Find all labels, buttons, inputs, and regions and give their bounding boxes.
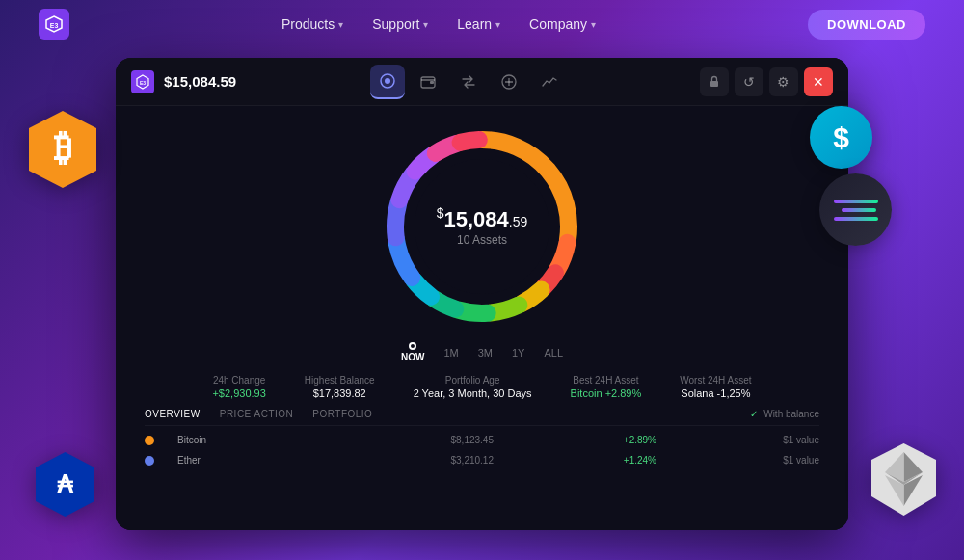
time-1y-button[interactable]: 1Y	[512, 347, 524, 359]
nav-products[interactable]: Products ▾	[281, 16, 343, 32]
asset-change: +2.89%	[503, 435, 656, 445]
app-balance-display: $15,084.59	[164, 73, 236, 90]
bitcoin-coin: ₿	[19, 106, 106, 193]
asset-color-dot	[145, 436, 154, 445]
app-body: $15,084.59 10 Assets NOW 1M 3M 1Y ALL	[116, 106, 848, 530]
donut-center: $15,084.59 10 Assets	[437, 205, 528, 247]
time-3m-button[interactable]: 3M	[478, 347, 493, 359]
bottom-tabs: OVERVIEW PRICE ACTION PORTFOLIO ✓ With b…	[145, 409, 819, 426]
donut-chart: $15,084.59 10 Assets	[376, 120, 588, 333]
app-header: E3 $15,084.59	[116, 58, 848, 106]
portfolio-nav-icon[interactable]	[370, 65, 405, 99]
asset-list: Bitcoin $8,123.45 +2.89% $1 value Ether …	[145, 432, 819, 468]
close-button[interactable]: ✕	[804, 67, 833, 96]
usdc-coin: $	[810, 106, 872, 169]
nav-learn[interactable]: Learn ▾	[457, 16, 500, 32]
chevron-down-icon: ▾	[338, 19, 343, 30]
settings-button[interactable]: ⚙	[769, 67, 798, 96]
time-now[interactable]: NOW	[401, 342, 424, 362]
time-all-button[interactable]: ALL	[544, 347, 563, 359]
tab-price-action[interactable]: PRICE ACTION	[220, 409, 294, 419]
wallet-nav-icon[interactable]	[411, 65, 445, 99]
stat-24h-change: 24h Change +$2,930.93	[212, 375, 265, 399]
ethereum-coin	[863, 439, 945, 520]
balance-toggle[interactable]: ✓ With balance	[750, 409, 819, 419]
undo-button[interactable]: ↺	[735, 67, 763, 96]
app-header-right: ↺ ⚙ ✕	[700, 67, 833, 96]
asset-price: $3,210.12	[340, 455, 494, 466]
time-dot	[409, 342, 416, 350]
logo-icon: E3	[39, 9, 69, 40]
asset-allocation: $1 value	[666, 455, 819, 466]
donut-amount: $15,084.59	[437, 205, 528, 231]
lock-button[interactable]	[700, 67, 729, 96]
asset-allocation: $1 value	[666, 435, 819, 445]
chevron-down-icon: ▾	[423, 19, 428, 30]
stat-portfolio-age: Portfolio Age 2 Year, 3 Month, 30 Days	[414, 375, 532, 399]
asset-name: Ether	[177, 455, 331, 466]
bottom-section: OVERVIEW PRICE ACTION PORTFOLIO ✓ With b…	[135, 409, 829, 468]
time-selector: NOW 1M 3M 1Y ALL	[401, 342, 563, 362]
nav-logo: E3	[39, 9, 69, 40]
app-window: E3 $15,084.59	[116, 58, 848, 530]
app-header-left: E3 $15,084.59	[131, 70, 236, 93]
svg-text:E3: E3	[140, 80, 146, 86]
add-nav-icon[interactable]	[492, 65, 526, 99]
download-button[interactable]: DOWNLOAD	[808, 10, 925, 40]
svg-text:₳: ₳	[56, 470, 74, 499]
tab-overview[interactable]: OVERVIEW	[145, 409, 201, 419]
time-now-label: NOW	[401, 352, 424, 362]
nav-links: Products ▾ Support ▾ Learn ▾ Company ▾	[281, 16, 596, 32]
chevron-down-icon: ▾	[591, 19, 596, 30]
svg-point-15	[385, 78, 390, 84]
solana-coin	[819, 173, 892, 246]
svg-text:₿: ₿	[54, 127, 72, 168]
asset-change: +1.24%	[503, 455, 656, 466]
stat-worst-asset: Worst 24H Asset Solana -1,25%	[680, 375, 751, 399]
cardano-coin: ₳	[29, 448, 101, 520]
chevron-down-icon: ▾	[495, 19, 500, 30]
stats-row: 24h Change +$2,930.93 Highest Balance $1…	[212, 375, 751, 399]
nav-support[interactable]: Support ▾	[372, 16, 428, 32]
tab-portfolio[interactable]: PORTFOLIO	[312, 409, 372, 419]
app-nav-icons	[370, 65, 567, 99]
table-row: Ether $3,210.12 +1.24% $1 value	[145, 452, 819, 468]
toggle-check-icon: ✓	[750, 409, 758, 419]
app-logo: E3	[131, 70, 154, 93]
chart-nav-icon[interactable]	[532, 65, 567, 99]
stat-highest-balance: Highest Balance $17,839.82	[305, 375, 375, 399]
time-1m-button[interactable]: 1M	[443, 347, 458, 359]
stat-best-asset: Best 24H Asset Bitcoin +2.89%	[571, 375, 642, 399]
svg-text:E3: E3	[50, 22, 59, 29]
nav-company[interactable]: Company ▾	[529, 16, 596, 32]
svg-rect-22	[710, 81, 718, 87]
chart-area: $15,084.59 10 Assets NOW 1M 3M 1Y ALL	[212, 116, 751, 399]
navbar: E3 Products ▾ Support ▾ Learn ▾ Company …	[0, 0, 964, 48]
main-content: ₿ ₳ $	[0, 48, 964, 530]
donut-assets-label: 10 Assets	[437, 234, 528, 248]
table-row: Bitcoin $8,123.45 +2.89% $1 value	[145, 432, 819, 448]
asset-color-dot	[145, 456, 154, 466]
balance-toggle-label: With balance	[763, 409, 819, 419]
swap-nav-icon[interactable]	[451, 65, 486, 99]
svg-rect-17	[430, 81, 434, 84]
asset-name: Bitcoin	[177, 435, 331, 445]
asset-price: $8,123.45	[340, 435, 494, 445]
